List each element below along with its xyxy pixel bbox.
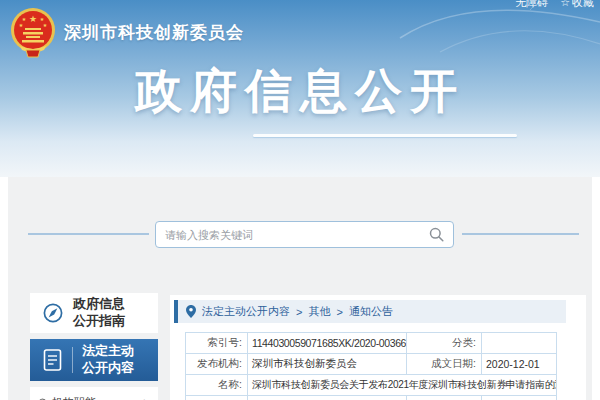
label-line2: 公开内容 xyxy=(82,360,134,375)
location-pin-icon xyxy=(186,305,196,318)
search-bar xyxy=(155,221,454,248)
favorite-link[interactable]: ☆ 收藏 xyxy=(560,0,594,10)
subitem-label: 机构职能 xyxy=(52,395,140,400)
content-area: 政府信息 公开指南 法定主动 公开内容 xyxy=(8,177,592,400)
expand-plus-icon[interactable]: + xyxy=(140,395,150,400)
name-label: 名称: xyxy=(186,375,248,396)
sidebar-item-statutory-disclosure[interactable]: 法定主动 公开内容 xyxy=(30,339,158,381)
category-label: 分类: xyxy=(407,333,482,354)
compass-icon xyxy=(42,302,64,324)
banner: ★ ★ ★ ★ ★ 深圳市科技创新委员会 无障碍 ☆ 收藏 xyxy=(0,0,600,177)
national-emblem-icon: ★ ★ ★ ★ ★ xyxy=(10,6,56,58)
page-title: 政府信息公开 xyxy=(0,60,600,123)
category-value xyxy=(482,333,557,354)
star-icon: ☆ xyxy=(560,0,570,9)
index-number-label: 索引号: xyxy=(186,333,248,354)
accessibility-link-label: 无障碍 xyxy=(515,0,548,10)
search-left-rule xyxy=(28,233,149,235)
site-name: 深圳市科技创新委员会 xyxy=(64,21,244,44)
site-header: ★ ★ ★ ★ ★ 深圳市科技创新委员会 xyxy=(10,6,244,58)
table-row: 名称: 深圳市科技创新委员会关于发布2021年度深圳市科技创新券申请指南的通知 xyxy=(186,375,557,396)
svg-text:★: ★ xyxy=(43,22,48,28)
sidebar-item-label: 政府信息 公开指南 xyxy=(73,296,125,330)
issue-date-value: 2020-12-01 xyxy=(482,354,557,375)
empty-cell xyxy=(407,396,482,400)
sidebar: 政府信息 公开指南 法定主动 公开内容 xyxy=(30,293,158,400)
breadcrumb-item-statutory[interactable]: 法定主动公开内容 xyxy=(202,304,290,319)
search-icon xyxy=(429,227,444,242)
search-input[interactable] xyxy=(165,229,429,241)
label-line1: 政府信息 xyxy=(73,296,125,311)
sidebar-subitem-org-functions[interactable]: 机构职能 + xyxy=(30,387,158,400)
svg-text:★: ★ xyxy=(29,14,37,24)
breadcrumb-separator: > xyxy=(336,306,342,318)
breadcrumb-item-notices[interactable]: 通知公告 xyxy=(349,304,393,319)
page: ★ ★ ★ ★ ★ 深圳市科技创新委员会 无障碍 ☆ 收藏 xyxy=(0,0,600,400)
empty-cell xyxy=(186,396,248,400)
search-button[interactable] xyxy=(429,227,444,242)
sidebar-item-separator xyxy=(72,347,73,373)
table-row xyxy=(186,396,557,400)
favorite-link-label: 收藏 xyxy=(572,0,594,10)
index-number-value: 1144030059071685XK/2020-00366 xyxy=(248,333,407,354)
main-panel: 法定主动公开内容 > 其他 > 通知公告 索引号: 11440300590716… xyxy=(170,295,586,400)
document-icon xyxy=(42,348,63,372)
search-right-rule xyxy=(462,233,579,235)
svg-text:★: ★ xyxy=(19,22,24,28)
quick-links: 无障碍 ☆ 收藏 xyxy=(515,0,594,10)
banner-divider-line xyxy=(253,134,517,137)
sidebar-item-label: 法定主动 公开内容 xyxy=(82,343,134,377)
breadcrumb-separator: > xyxy=(296,306,302,318)
name-value: 深圳市科技创新委员会关于发布2021年度深圳市科技创新券申请指南的通知 xyxy=(248,375,557,396)
empty-cell xyxy=(248,396,407,400)
label-line1: 法定主动 xyxy=(82,343,134,358)
issuing-agency-value: 深圳市科技创新委员会 xyxy=(248,354,407,375)
document-detail-table: 索引号: 1144030059071685XK/2020-00366 分类: 发… xyxy=(185,332,557,400)
issue-date-label: 成文日期: xyxy=(407,354,482,375)
accessibility-link[interactable]: 无障碍 xyxy=(515,0,548,10)
label-line2: 公开指南 xyxy=(73,313,125,328)
empty-cell xyxy=(482,396,557,400)
table-row: 索引号: 1144030059071685XK/2020-00366 分类: xyxy=(186,333,557,354)
issuing-agency-label: 发布机构: xyxy=(186,354,248,375)
sidebar-item-disclosure-guide[interactable]: 政府信息 公开指南 xyxy=(30,293,158,333)
breadcrumb: 法定主动公开内容 > 其他 > 通知公告 xyxy=(174,300,566,323)
breadcrumb-item-other[interactable]: 其他 xyxy=(308,304,330,319)
table-row: 发布机构: 深圳市科技创新委员会 成文日期: 2020-12-01 xyxy=(186,354,557,375)
